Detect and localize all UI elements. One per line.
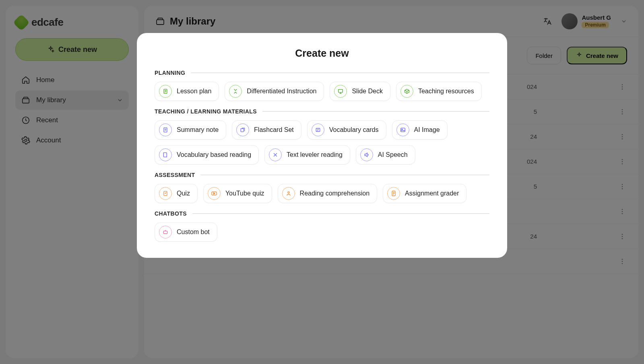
- chip-ai-image[interactable]: AI Image: [392, 120, 448, 140]
- vocab-icon: [312, 123, 324, 136]
- create-new-modal: Create new PLANNING Lesson plan Differen…: [137, 33, 507, 258]
- chip-custom-bot[interactable]: Custom bot: [155, 222, 217, 242]
- section-assessment-head: ASSESSMENT: [155, 172, 489, 178]
- split-icon: [229, 85, 242, 98]
- section-chatbots-head: CHATBOTS: [155, 210, 489, 217]
- chip-youtube-quiz[interactable]: YouTube quiz: [203, 184, 272, 203]
- chip-ai-speech[interactable]: AI Speech: [356, 145, 415, 165]
- clipboard-icon: [159, 85, 172, 98]
- chip-summary-note[interactable]: Summary note: [155, 120, 226, 140]
- chip-teaching-resources[interactable]: Teaching resources: [396, 82, 482, 101]
- youtube-icon: [208, 187, 221, 200]
- grader-icon: [387, 187, 400, 200]
- speaker-icon: [360, 148, 373, 161]
- chip-quiz[interactable]: Quiz: [155, 184, 198, 203]
- chip-slide-deck[interactable]: Slide Deck: [330, 82, 390, 101]
- modal-title: Create new: [155, 47, 489, 59]
- svg-point-37: [288, 191, 289, 193]
- chip-assignment-grader[interactable]: Assignment grader: [383, 184, 466, 203]
- svg-rect-29: [339, 89, 343, 92]
- chip-vocabulary-cards[interactable]: Vocabulary cards: [307, 120, 386, 140]
- chip-vocab-reading[interactable]: Vocabulary based reading: [155, 145, 259, 165]
- box-icon: [400, 85, 413, 98]
- chip-lesson-plan[interactable]: Lesson plan: [155, 82, 219, 101]
- chip-differentiated[interactable]: Differentiated Instruction: [225, 82, 324, 101]
- cards-icon: [236, 123, 249, 136]
- presentation-icon: [334, 85, 347, 98]
- leveler-icon: [269, 148, 282, 161]
- section-planning-head: PLANNING: [155, 70, 489, 76]
- section-teaching-head: TEACHING / LEARNING MATERIALS: [155, 108, 489, 115]
- chip-text-leveler[interactable]: Text leveler reading: [264, 145, 350, 165]
- svg-rect-32: [316, 128, 320, 132]
- chip-flashcard-set[interactable]: Flashcard Set: [232, 120, 301, 140]
- image-icon: [396, 123, 409, 136]
- svg-rect-39: [163, 231, 167, 234]
- svg-rect-33: [400, 128, 405, 132]
- chip-reading-comp[interactable]: Reading comprehension: [278, 184, 377, 203]
- note-icon: [159, 123, 172, 136]
- bot-icon: [159, 226, 172, 239]
- quiz-icon: [159, 187, 172, 200]
- book-icon: [159, 148, 172, 161]
- svg-rect-31: [241, 129, 244, 132]
- reader-icon: [282, 187, 295, 200]
